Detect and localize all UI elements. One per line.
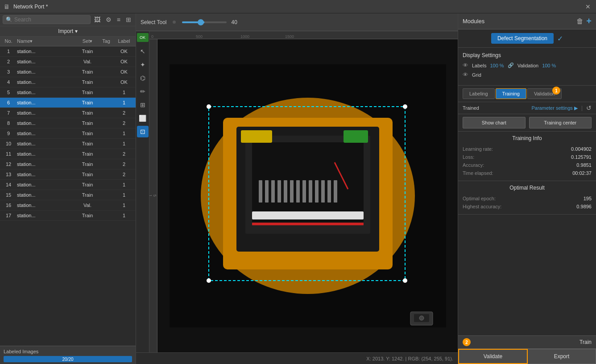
table-row[interactable]: 7 station... Train 2	[0, 108, 136, 118]
col-tag[interactable]: Tag	[98, 38, 114, 44]
bottom-action-row: Validate Export	[458, 349, 596, 364]
module-chip[interactable]: Defect Segmentation	[491, 33, 554, 44]
canvas-inner: 5 1 0 1 5 0 2	[149, 39, 458, 352]
table-body[interactable]: 1 station... Train OK 2 station... Val. …	[0, 46, 136, 346]
cell-no: 8	[2, 120, 15, 126]
import-bar: Import ▾	[0, 26, 136, 37]
action-btns: Show chart Training center	[458, 114, 596, 132]
window-title: Network Port *	[13, 4, 584, 10]
tabs-area: Labeling Training Validation 1	[458, 86, 596, 102]
list-btn[interactable]: ≡	[115, 15, 122, 24]
param-settings-btn[interactable]: Parameter settings ▶	[532, 105, 578, 111]
export-btn[interactable]: Export	[528, 349, 596, 364]
brush-tool-btn[interactable]: ✏	[137, 86, 149, 97]
cell-no: 14	[2, 182, 15, 187]
filter-btn[interactable]: ⚙	[104, 15, 113, 24]
col-no[interactable]: No.	[2, 38, 15, 44]
table-row[interactable]: 9 station... Train 1	[0, 128, 136, 139]
search-input[interactable]	[14, 17, 87, 23]
cell-label: 1	[114, 203, 134, 208]
svg-rect-15	[315, 180, 319, 203]
image-view-btn[interactable]: 🖼	[92, 15, 102, 24]
col-label[interactable]: Label	[114, 38, 134, 44]
select-tool-btn[interactable]: ⊡	[137, 126, 149, 137]
table-row[interactable]: 10 station... Train 1	[0, 139, 136, 149]
cell-label: OK	[114, 59, 134, 64]
trained-label: Trained	[463, 105, 528, 111]
check-icon[interactable]: ✓	[557, 34, 563, 43]
accuracy-label: Accuracy:	[463, 162, 484, 168]
ds-title: Display Settings	[463, 52, 592, 58]
table-row[interactable]: 2 station... Val. OK	[0, 57, 136, 67]
table-row[interactable]: 12 station... Train 2	[0, 159, 136, 170]
table-row[interactable]: 16 station... Val. 1	[0, 200, 136, 211]
cell-label: 2	[114, 172, 134, 177]
grid-btn[interactable]: ⊞	[124, 15, 133, 24]
cell-name: station...	[15, 120, 77, 126]
cell-set: Train	[77, 120, 98, 126]
magic-tool-btn[interactable]: ✦	[137, 59, 149, 70]
cell-name: station...	[15, 49, 77, 54]
import-button[interactable]: Import ▾	[58, 28, 77, 34]
table-row[interactable]: 8 station... Train 2	[0, 118, 136, 128]
table-row[interactable]: 11 station... Train 2	[0, 149, 136, 159]
training-info-title: Training Info	[463, 135, 592, 141]
history-btn[interactable]: ↺	[586, 104, 592, 112]
table-row[interactable]: 4 station... Train OK	[0, 77, 136, 87]
cell-no: 15	[2, 192, 15, 198]
cell-set: Train	[77, 110, 98, 116]
progress-text: 20/20	[62, 357, 73, 362]
eye-icon-labels[interactable]: 👁	[463, 62, 468, 69]
link-icon: 🔗	[508, 62, 514, 68]
show-chart-btn[interactable]: Show chart	[463, 117, 526, 128]
training-center-btn[interactable]: Training center	[529, 117, 592, 128]
search-input-wrap[interactable]: 🔍	[3, 15, 91, 24]
table-row[interactable]: 1 station... Train OK	[0, 46, 136, 57]
display-settings: Display Settings 👁 Labels 100 % 🔗 Valida…	[458, 48, 596, 86]
rect-tool-btn[interactable]: ⬜	[137, 112, 149, 124]
pointer-tool-btn[interactable]: ↖	[137, 46, 149, 57]
canvas-image-area[interactable]	[157, 39, 458, 352]
table-row[interactable]: 3 station... Train OK	[0, 67, 136, 77]
center-toolbar: Select Tool 40	[136, 13, 458, 31]
svg-rect-12	[296, 180, 300, 203]
tab-labeling[interactable]: Labeling	[463, 88, 495, 99]
train-bar: 2 Train	[458, 335, 596, 349]
lasso-tool-btn[interactable]: ⌬	[137, 72, 149, 84]
tool-slider[interactable]	[182, 21, 227, 23]
svg-rect-13	[302, 180, 306, 203]
cell-set: Train	[77, 141, 98, 146]
cell-set: Train	[77, 90, 98, 95]
status-coords: X: 2013. Y: 1242. | RGB: (254, 255, 91).	[366, 356, 453, 361]
svg-rect-7	[265, 180, 269, 203]
cell-label: 1	[114, 192, 134, 198]
close-button[interactable]: ✕	[584, 2, 592, 11]
table-row[interactable]: 6 station... Train 1	[0, 98, 136, 108]
col-set[interactable]: Set▾	[77, 38, 98, 44]
cell-set: Train	[77, 161, 98, 167]
eye-icon-grid[interactable]: 👁	[463, 71, 468, 78]
validate-btn[interactable]: Validate	[458, 349, 528, 364]
cell-name: station...	[15, 192, 77, 198]
add-module-btn[interactable]: +	[586, 16, 592, 26]
delete-module-btn[interactable]: 🗑	[576, 16, 584, 26]
cell-set: Train	[77, 213, 98, 218]
col-name[interactable]: Name▾	[15, 38, 77, 44]
table-row[interactable]: 13 station... Train 2	[0, 170, 136, 180]
table-row[interactable]: 14 station... Train 1	[0, 180, 136, 190]
svg-point-28	[403, 278, 407, 283]
svg-rect-8	[271, 180, 275, 203]
cell-name: station...	[15, 161, 77, 167]
cell-name: station...	[15, 203, 77, 208]
select-tool-label: Select Tool	[141, 19, 166, 25]
cell-label: 1	[114, 100, 134, 105]
table-row[interactable]: 15 station... Train 1	[0, 190, 136, 200]
transform-tool-btn[interactable]: ⊞	[137, 99, 149, 111]
cell-label: 1	[114, 90, 134, 95]
svg-rect-20	[252, 223, 364, 225]
tab-training[interactable]: Training	[496, 88, 526, 99]
cell-no: 7	[2, 110, 15, 116]
table-row[interactable]: 17 station... Train 1	[0, 211, 136, 221]
cell-name: station...	[15, 110, 77, 116]
table-row[interactable]: 5 station... Train 1	[0, 87, 136, 98]
